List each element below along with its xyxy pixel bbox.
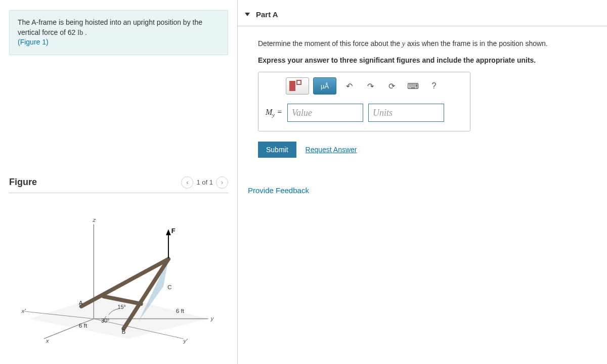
axis-xprime-label: x' bbox=[21, 307, 26, 314]
figure-nav-label: 1 of 1 bbox=[196, 178, 213, 186]
submit-button[interactable]: Submit bbox=[258, 142, 296, 158]
question-text: Determine the moment of this force about… bbox=[258, 38, 597, 49]
point-c-label: C bbox=[167, 283, 172, 290]
templates-button[interactable] bbox=[286, 77, 309, 95]
redo-button[interactable]: ↷ bbox=[362, 77, 379, 95]
answer-panel: µÅ ↶ ↷ ⟳ ⌨ ? My = bbox=[258, 72, 470, 131]
part-title: Part A bbox=[256, 10, 278, 19]
problem-text-before: The A-frame is being hoisted into an upr… bbox=[18, 18, 202, 36]
axis-x-label: x bbox=[46, 337, 50, 344]
figure-nav: ‹ 1 of 1 › bbox=[181, 176, 228, 189]
axis-y-label: y bbox=[210, 315, 214, 322]
problem-text-after: . bbox=[83, 28, 87, 36]
point-b-label: B bbox=[121, 328, 125, 335]
length-right-label: 6 ft bbox=[176, 307, 185, 314]
axis-yprime-label: y' bbox=[183, 337, 188, 344]
point-a-label: A bbox=[79, 299, 83, 306]
axis-z-label: z bbox=[92, 216, 96, 223]
problem-unit: lb bbox=[77, 29, 83, 36]
units-symbols-button[interactable]: µÅ bbox=[313, 77, 336, 95]
keyboard-button[interactable]: ⌨ bbox=[404, 77, 421, 95]
help-button[interactable]: ? bbox=[425, 77, 443, 95]
undo-button[interactable]: ↶ bbox=[340, 77, 358, 95]
figure-next-button[interactable]: › bbox=[216, 176, 228, 189]
angle30-label: 30° bbox=[101, 317, 109, 324]
answer-toolbar: µÅ ↶ ↷ ⟳ ⌨ ? bbox=[258, 72, 470, 99]
problem-statement: The A-frame is being hoisted into an upr… bbox=[9, 10, 228, 55]
answer-instructions: Express your answer to three significant… bbox=[258, 55, 597, 66]
angle15-label: 15° bbox=[118, 304, 126, 310]
length-left-label: 6 ft bbox=[79, 322, 88, 329]
value-input[interactable] bbox=[287, 104, 363, 122]
answer-variable-label: My = bbox=[266, 108, 282, 118]
reset-button[interactable]: ⟳ bbox=[383, 77, 400, 95]
figure-header: Figure ‹ 1 of 1 › bbox=[9, 176, 228, 193]
figure-diagram: z x y x' y' F A B C 15° 30° 6 ft 6 ft bbox=[9, 203, 228, 345]
figure-title: Figure bbox=[9, 177, 37, 188]
provide-feedback-link[interactable]: Provide Feedback bbox=[238, 171, 607, 195]
figure-reference-link[interactable]: (Figure 1) bbox=[18, 38, 49, 46]
collapse-icon bbox=[245, 13, 250, 16]
units-input[interactable] bbox=[368, 104, 444, 122]
request-answer-link[interactable]: Request Answer bbox=[306, 146, 357, 154]
figure-prev-button[interactable]: ‹ bbox=[181, 176, 193, 189]
svg-marker-11 bbox=[166, 229, 171, 235]
force-label: F bbox=[171, 227, 176, 235]
part-header[interactable]: Part A bbox=[238, 5, 607, 26]
